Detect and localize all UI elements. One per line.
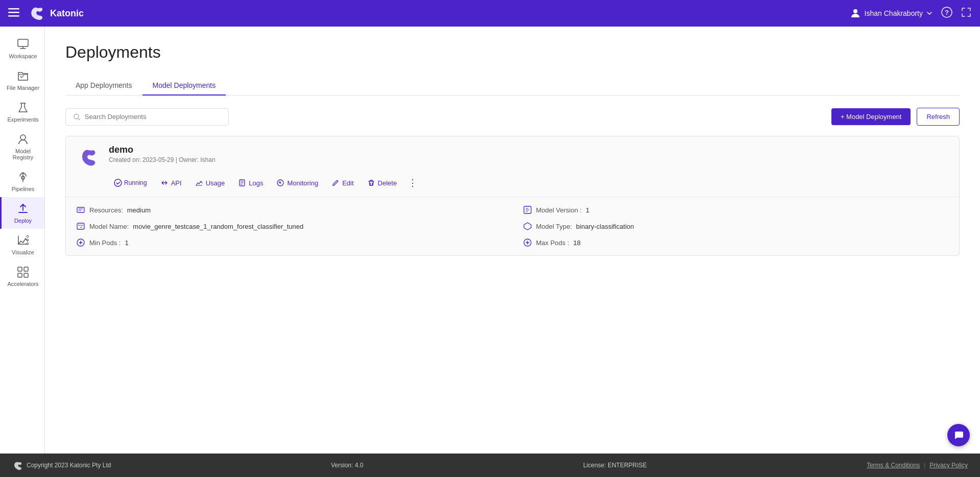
pipelines-icon	[16, 171, 30, 184]
model-version-value: 1	[586, 206, 589, 214]
nav-left: Katonic	[8, 4, 84, 22]
min-pods-value: 1	[125, 239, 128, 247]
sidebar-item-workspace[interactable]: Workspace	[0, 33, 44, 64]
sidebar-item-model-registry[interactable]: Model Registry	[0, 128, 44, 165]
min-pods-icon	[76, 238, 85, 247]
page-title: Deployments	[65, 43, 960, 62]
sidebar-item-pipelines[interactable]: Pipelines	[0, 165, 44, 197]
tab-model-deployments[interactable]: Model Deployments	[142, 76, 226, 96]
user-menu[interactable]: Ishan Chakraborty	[849, 7, 933, 19]
model-version-item: Model Version : 1	[523, 205, 949, 214]
monitoring-button[interactable]: Monitoring	[271, 176, 323, 189]
sidebar-label-pipelines: Pipelines	[12, 186, 35, 192]
privacy-link[interactable]: Privacy Policy	[929, 462, 968, 469]
svg-rect-2	[8, 15, 19, 17]
monitoring-label: Monitoring	[287, 179, 318, 187]
card-actions: Running API Usage	[66, 175, 959, 197]
delete-icon	[367, 179, 375, 187]
edit-label: Edit	[342, 179, 353, 187]
min-pods-label: Min Pods :	[89, 239, 121, 247]
sidebar-label-model-registry: Model Registry	[5, 148, 41, 160]
help-icon[interactable]: ?	[941, 7, 952, 20]
sidebar-item-experiments[interactable]: Experiments	[0, 96, 44, 128]
terms-link[interactable]: Terms & Conditions	[867, 462, 920, 469]
usage-icon	[195, 179, 203, 187]
delete-button[interactable]: Delete	[362, 176, 402, 189]
resources-value: medium	[127, 206, 151, 214]
card-header: demo Created on: 2023-05-29 | Owner: Ish…	[66, 136, 959, 175]
top-navigation: Katonic Ishan Chakraborty ?	[0, 0, 980, 27]
running-status: Running	[109, 177, 152, 189]
model-registry-icon	[16, 133, 30, 146]
sidebar-item-visualize[interactable]: Visualize	[0, 229, 44, 260]
logs-button[interactable]: Logs	[233, 176, 268, 189]
svg-point-9	[27, 235, 29, 237]
api-button[interactable]: API	[155, 176, 187, 189]
model-version-icon	[523, 205, 532, 214]
user-name: Ishan Chakraborty	[865, 9, 923, 17]
svg-rect-14	[18, 273, 22, 277]
created-on-value: 2023-05-29	[142, 156, 174, 163]
fullscreen-icon[interactable]	[961, 7, 972, 20]
deployments-toolbar: + Model Deployment Refresh	[65, 108, 960, 126]
svg-point-3	[853, 9, 857, 13]
main-content: Deployments App Deployments Model Deploy…	[45, 27, 980, 454]
svg-point-20	[280, 182, 281, 184]
svg-rect-6	[18, 39, 28, 46]
svg-rect-1	[8, 12, 19, 13]
sidebar-label-visualize: Visualize	[12, 249, 34, 255]
sidebar-label-experiments: Experiments	[7, 116, 38, 123]
svg-rect-15	[24, 273, 28, 277]
model-type-item: Model Type: binary-classification	[523, 222, 949, 231]
sidebar-label-deploy: Deploy	[14, 218, 32, 224]
usage-button[interactable]: Usage	[190, 176, 230, 189]
usage-label: Usage	[206, 179, 225, 187]
more-options-button[interactable]: ⋮	[405, 175, 420, 190]
sidebar-item-file-manager[interactable]: File Manager	[0, 64, 44, 96]
svg-rect-21	[77, 207, 84, 212]
tab-app-deployments[interactable]: App Deployments	[65, 76, 142, 96]
add-model-deployment-button[interactable]: + Model Deployment	[831, 108, 911, 125]
owner-separator: | Owner:	[176, 156, 200, 163]
edit-button[interactable]: Edit	[326, 176, 358, 189]
owner-value: Ishan	[200, 156, 215, 163]
resources-icon	[76, 205, 85, 214]
refresh-button[interactable]: Refresh	[917, 108, 960, 126]
logo: Katonic	[28, 4, 84, 22]
chat-support-button[interactable]	[947, 424, 970, 446]
search-input[interactable]	[85, 113, 221, 121]
accelerators-icon	[16, 266, 30, 279]
workspace-icon	[16, 38, 30, 51]
search-box[interactable]	[65, 108, 229, 126]
copyright-text: Copyright 2023 Katonic Pty Ltd	[27, 462, 111, 469]
main-layout: Workspace File Manager Experiments	[0, 27, 980, 454]
model-type-icon	[523, 222, 532, 231]
svg-point-24	[78, 225, 80, 226]
nav-right: Ishan Chakraborty ?	[849, 7, 972, 20]
svg-rect-0	[8, 8, 19, 10]
svg-point-7	[20, 135, 26, 140]
experiments-icon	[16, 101, 30, 114]
hamburger-menu[interactable]	[8, 7, 19, 20]
footer-right: Terms & Conditions | Privacy Policy	[867, 462, 968, 469]
sidebar-item-deploy[interactable]: Deploy	[0, 197, 44, 229]
resources-item: Resources: medium	[76, 205, 503, 214]
max-pods-label: Max Pods :	[536, 239, 569, 247]
version-text: Version: 4.0	[331, 462, 363, 469]
deploy-icon	[16, 202, 30, 216]
model-type-label: Model Type:	[536, 223, 572, 230]
edit-icon	[331, 179, 340, 187]
card-logo	[76, 145, 101, 169]
max-pods-item: Max Pods : 18	[523, 238, 949, 247]
sidebar-label-workspace: Workspace	[9, 53, 37, 59]
footer-logo-icon	[12, 460, 23, 471]
model-name-value: movie_genre_testcase_1_random_forest_cla…	[133, 223, 303, 230]
sidebar-item-accelerators[interactable]: Accelerators	[0, 260, 44, 292]
running-status-icon	[114, 179, 122, 187]
running-label: Running	[124, 179, 147, 186]
max-pods-value: 18	[573, 239, 581, 247]
deployment-card: demo Created on: 2023-05-29 | Owner: Ish…	[65, 136, 960, 256]
sidebar-label-accelerators: Accelerators	[7, 281, 38, 287]
user-avatar-icon	[849, 7, 862, 19]
model-name-item: Model Name: movie_genre_testcase_1_rando…	[76, 222, 503, 231]
